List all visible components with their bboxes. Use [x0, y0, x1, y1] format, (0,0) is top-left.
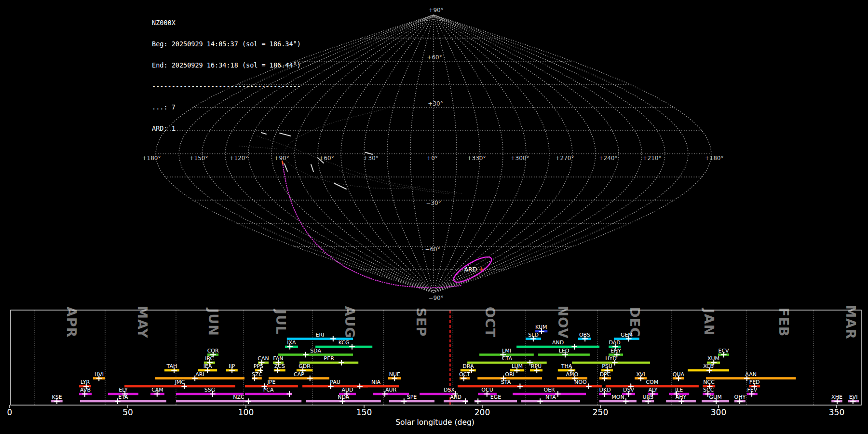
- shower-label-NTA: NTA: [545, 394, 556, 400]
- shower-label-PPS: PPS: [254, 363, 263, 369]
- latitude-label: +30°: [428, 100, 443, 107]
- shower-label-SPE: SPE: [407, 394, 417, 400]
- session-header: NZ000X Beg: 20250929 14:05:37 (sol = 186…: [152, 5, 301, 146]
- meteor-segment: [334, 183, 346, 189]
- shower-bar-AUR: [373, 393, 409, 395]
- shower-bar-PCA: [245, 393, 292, 395]
- x-axis-tick-label: 300: [711, 407, 726, 417]
- shower-bar-SDA: [278, 353, 353, 356]
- shower-label-JLE: JLE: [675, 387, 683, 393]
- latitude-label: −60°: [425, 246, 440, 253]
- shower-label-ELY: ELY: [119, 387, 128, 393]
- shower-label-ARD: ARD: [450, 394, 461, 400]
- shower-label-THA: THA: [561, 363, 572, 369]
- activity-timeline: APRMAYJUNJULAUGSEPOCTNOVDECJANFEBMARKUME…: [7, 305, 861, 427]
- map-faint-curve: [240, 146, 279, 149]
- shower-label-PCA: PCA: [263, 387, 274, 393]
- shower-label-GDR: GDR: [298, 363, 311, 369]
- shower-label-SZC: SZC: [252, 371, 263, 378]
- month-label-apr: APR: [64, 307, 79, 338]
- shower-label-PAU: PAU: [330, 379, 340, 385]
- app-screen: +180°+150°+120°+90°+60°+30°+0°+330°+300°…: [0, 0, 868, 434]
- x-axis-title: Solar longitude (deg): [395, 418, 475, 427]
- shower-label-DSX: DSX: [444, 387, 455, 393]
- shower-label-EHY: EHY: [610, 348, 621, 354]
- shower-label-NDA: NDA: [338, 394, 350, 400]
- shower-label-XCB: XCB: [703, 363, 714, 369]
- month-label-nov: NOV: [556, 306, 570, 339]
- end-time-line: End: 20250929 16:34:18 (sol = 186.44°): [152, 62, 301, 69]
- shower-bar-NTA: [521, 400, 580, 403]
- month-label-aug: AUG: [342, 306, 357, 338]
- shower-label-AND: AND: [552, 339, 564, 346]
- shower-bar-AND: [516, 346, 599, 348]
- shower-bar-ARI: [155, 377, 244, 380]
- shower-label-IXA: IXA: [287, 339, 296, 346]
- shower-label-DPC: DPC: [600, 371, 611, 378]
- latitude-label: −30°: [426, 200, 441, 206]
- month-label-jun: JUN: [206, 307, 221, 336]
- shower-label-LYR: LYR: [81, 379, 90, 385]
- meteor-segment: [311, 164, 313, 172]
- shower-label-SCC: SCC: [703, 387, 714, 393]
- shower-bar-NZC: [176, 400, 301, 403]
- longitude-label: +60°: [319, 155, 334, 162]
- longitude-label: +150°: [190, 155, 208, 162]
- shower-label-SDA: SDA: [310, 348, 321, 354]
- shower-label-ERI: ERI: [315, 332, 324, 338]
- longitude-label: +180°: [142, 155, 161, 162]
- shower-bar-CAP: [269, 377, 329, 380]
- map-faint-curve: [339, 171, 449, 194]
- longitude-label: +90°: [274, 155, 289, 162]
- shower-label-ARI: ARI: [195, 371, 204, 378]
- longitude-label: +210°: [643, 155, 662, 162]
- shower-label-DRA: DRA: [462, 363, 474, 369]
- shower-label-OCT: OCT: [459, 371, 470, 378]
- longitude-label: +30°: [363, 155, 378, 162]
- shower-label-NIA: NIA: [371, 379, 380, 385]
- shower-label-JPE: JPE: [267, 379, 276, 385]
- x-axis-tick-label: 150: [356, 407, 372, 417]
- shower-label-RPU: RPU: [531, 363, 542, 369]
- month-label-jul: JUL: [273, 309, 288, 335]
- shower-bar-SPE: [389, 400, 434, 403]
- map-faint-curve: [284, 107, 420, 189]
- longitude-label: +120°: [230, 155, 248, 162]
- separator-line: --------------------------------------: [152, 83, 301, 90]
- shower-label-NZC: NZC: [233, 394, 244, 400]
- shower-label-COM: COM: [646, 379, 658, 385]
- shower-bar-KCG: [315, 346, 372, 348]
- month-label-sep: SEP: [414, 308, 429, 337]
- shower-label-PER: PER: [324, 355, 335, 362]
- shower-label-EGE: EGE: [490, 394, 501, 400]
- begin-time-line: Beg: 20250929 14:05:37 (sol = 186.34°): [152, 41, 301, 48]
- shower-label-CTA: CTA: [502, 355, 513, 362]
- longitude-label: +330°: [467, 155, 486, 162]
- longitude-label: +270°: [556, 155, 574, 162]
- shower-label-TAH: TAH: [166, 363, 177, 369]
- shower-label-AUD: AUD: [341, 387, 353, 393]
- meteor-segment: [285, 164, 287, 171]
- month-label-may: MAY: [135, 306, 150, 339]
- longitude-label: +300°: [511, 155, 529, 162]
- x-axis-tick-label: 50: [122, 407, 133, 417]
- shower-label-SSG: SSG: [204, 387, 216, 393]
- x-axis-tick-label: 250: [593, 407, 608, 417]
- count-unclassified: ...: 7: [152, 104, 301, 111]
- meteor-plot-canvas: +180°+150°+120°+90°+60°+30°+0°+330°+300°…: [0, 0, 868, 434]
- count-ard: ARD: 1: [152, 125, 301, 132]
- shower-label-ORI: ORI: [505, 371, 515, 378]
- shower-label-LEO: LEO: [559, 348, 570, 354]
- shower-label-ALY: ALY: [649, 387, 658, 393]
- latitude-label: +60°: [427, 54, 442, 61]
- x-axis-tick-label: 350: [829, 407, 844, 417]
- station-code: NZ000X: [152, 19, 301, 27]
- shower-label-AMO: AMO: [566, 371, 579, 378]
- longitude-label: +180°: [705, 155, 724, 162]
- latitude-label: +90°: [428, 7, 443, 14]
- latitude-label: −90°: [428, 295, 443, 301]
- x-axis-tick-label: 100: [238, 407, 254, 417]
- shower-label-STA: STA: [501, 379, 511, 385]
- shower-label-ZCS: ZCS: [274, 363, 285, 369]
- shower-label-OER: OER: [544, 387, 556, 393]
